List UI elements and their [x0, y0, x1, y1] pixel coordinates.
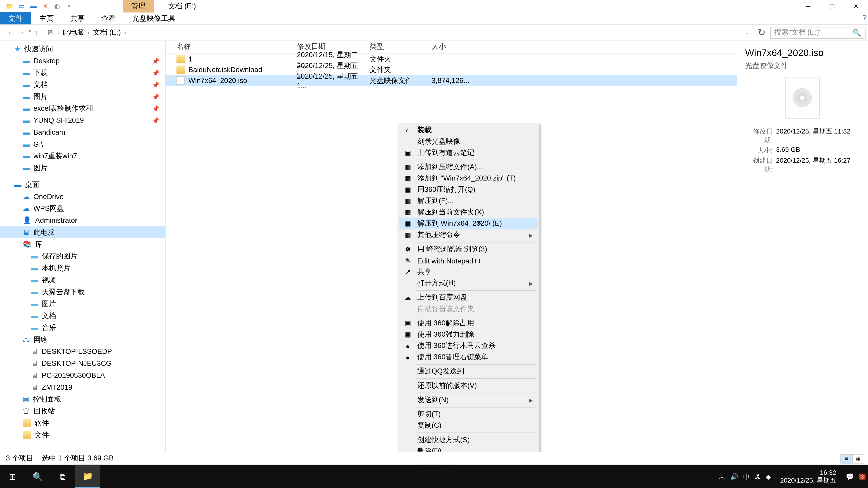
minimize-button[interactable]: ─ — [796, 0, 820, 12]
nav-item[interactable]: 🖥PC-20190530OBLA — [0, 369, 165, 381]
nav-item[interactable]: ☁OneDrive — [0, 191, 165, 203]
menu-item[interactable]: ▦解压到(F)... — [399, 195, 538, 207]
tray-app-icon[interactable]: ◆ — [766, 473, 771, 480]
nav-item[interactable]: 🖥DESKTOP-NJEU3CG — [0, 357, 165, 369]
network-icon[interactable]: 🖧 — [754, 473, 761, 480]
nav-item[interactable]: ▬保存的图片 — [0, 250, 165, 262]
col-name[interactable]: 名称 — [166, 42, 297, 52]
file-list[interactable]: 名称 修改日期 类型 大小 1 2020/12/15, 星期二 1... 文件夹… — [166, 40, 737, 457]
qat-close-icon[interactable]: ✕ — [40, 1, 50, 11]
menu-item[interactable]: ▦添加到压缩文件(A)... — [399, 162, 538, 173]
nav-item[interactable]: ▬图片 — [0, 162, 165, 174]
nav-item[interactable]: ▬YUNQISHI2019📌 — [0, 114, 165, 126]
maximize-button[interactable]: ▢ — [820, 0, 844, 12]
nav-control-panel[interactable]: ▣控制面板 — [0, 393, 165, 405]
contextual-tab[interactable]: 管理 — [123, 0, 154, 12]
nav-item[interactable]: 🖥此电脑 — [0, 226, 165, 238]
menu-item[interactable]: ●使用 360进行木马云查杀 — [399, 340, 538, 352]
back-button[interactable]: ← — [7, 28, 14, 37]
explorer-taskbar-icon[interactable]: 📁 — [75, 465, 100, 488]
tab-home[interactable]: 主页 — [31, 12, 62, 24]
nav-item[interactable]: ☁WPS网盘 — [0, 203, 165, 215]
menu-item[interactable]: 通过QQ发送到 — [399, 366, 538, 377]
recent-dropdown-icon[interactable]: ▾ — [29, 28, 31, 37]
menu-item[interactable]: ●使用 360管理右键菜单 — [399, 352, 538, 363]
chevron-right-icon[interactable]: › — [124, 30, 126, 35]
taskbar[interactable]: ⊞ 🔍 ⧉ 📁 ︿ 🔊 中 🖧 ◆ 16:32 2020/12/25, 星期五 … — [0, 465, 868, 488]
chevron-right-icon[interactable]: › — [88, 30, 90, 35]
close-button[interactable]: ✕ — [844, 0, 868, 12]
task-view-button[interactable]: ⧉ — [50, 465, 75, 488]
menu-item[interactable]: ▦用360压缩打开(Q) — [399, 184, 538, 195]
forward-button[interactable]: → — [18, 28, 25, 37]
search-input[interactable]: 搜索"文档 (E:)" 🔍 — [770, 26, 866, 38]
menu-item[interactable]: 打开方式(H)▶ — [399, 278, 538, 289]
qat-btn[interactable]: ◐ — [53, 1, 62, 11]
view-details-button[interactable]: ≡ — [840, 454, 852, 463]
column-headers[interactable]: 名称 修改日期 类型 大小 — [166, 40, 737, 54]
action-center-icon[interactable]: 💬 — [846, 473, 854, 480]
menu-item[interactable]: ▣上传到有道云笔记 — [399, 147, 538, 158]
menu-item[interactable]: ▦解压到 Win7x64_2020\ (E)↖ — [399, 218, 538, 229]
nav-item[interactable]: ▬excel表格制作求和📌 — [0, 103, 165, 115]
menu-item[interactable]: 剪切(T) — [399, 409, 538, 420]
nav-recycle[interactable]: 🗑回收站 — [0, 405, 165, 417]
clock[interactable]: 16:32 2020/12/25, 星期五 — [775, 469, 841, 485]
nav-item[interactable]: ▬Bandicam — [0, 126, 165, 138]
ime-icon[interactable]: 中 — [743, 472, 750, 481]
nav-item[interactable]: 👤Administrator — [0, 215, 165, 226]
nav-item[interactable]: ▬天翼云盘下载 — [0, 286, 165, 298]
menu-item[interactable]: ▣使用 360强力删除 — [399, 329, 538, 340]
nav-item[interactable]: 🖥DESKTOP-LSSOEDP — [0, 346, 165, 357]
menu-item[interactable]: 刻录光盘映像 — [399, 136, 538, 147]
tray-expand-icon[interactable]: ︿ — [719, 472, 725, 481]
tab-iso-tools[interactable]: 光盘映像工具 — [124, 12, 184, 24]
system-tray[interactable]: ︿ 🔊 中 🖧 ◆ 16:32 2020/12/25, 星期五 💬 3 — [719, 469, 868, 485]
file-row[interactable]: Win7x64_2020.iso 2020/12/25, 星期五 1... 光盘… — [166, 75, 737, 86]
nav-files[interactable]: 文件 — [0, 429, 165, 441]
volume-icon[interactable]: 🔊 — [730, 473, 739, 480]
nav-item[interactable]: ▬G:\ — [0, 138, 165, 150]
tab-share[interactable]: 共享 — [62, 12, 93, 24]
nav-item[interactable]: ▬图片 — [0, 298, 165, 310]
file-row[interactable]: 1 2020/12/15, 星期二 1... 文件夹 — [166, 54, 737, 64]
addr-dropdown-icon[interactable]: ⌄ — [741, 30, 753, 35]
nav-item[interactable]: ▬文档 — [0, 310, 165, 322]
menu-item[interactable]: ▣使用 360解除占用 — [399, 318, 538, 329]
menu-item[interactable]: ↗共享 — [399, 266, 538, 278]
crumb[interactable]: 文档 (E:) — [93, 27, 121, 37]
menu-item[interactable]: ○装载 — [399, 125, 538, 136]
nav-item[interactable]: ▬文档📌 — [0, 78, 165, 91]
menu-item[interactable]: 复制(C) — [399, 420, 538, 431]
refresh-icon[interactable]: ↻ — [753, 27, 770, 38]
nav-item[interactable]: 📚库 — [0, 238, 165, 250]
menu-item[interactable]: ✽用 蜂蜜浏览器 浏览(3) — [399, 244, 538, 255]
crumb[interactable]: 此电脑 — [63, 27, 84, 37]
tab-view[interactable]: 查看 — [93, 12, 124, 24]
help-icon[interactable]: ? — [862, 13, 867, 22]
nav-quick-access[interactable]: ★快速访问 — [0, 43, 165, 55]
menu-item[interactable]: 自动备份该文件夹 — [399, 303, 538, 315]
menu-item[interactable]: 发送到(N)▶ — [399, 394, 538, 406]
qat-btn[interactable]: ▭ — [17, 1, 26, 11]
menu-item[interactable]: ▦添加到 "Win7x64_2020.zip" (T) — [399, 173, 538, 184]
qat-btn[interactable]: ▬ — [29, 1, 38, 11]
nav-item[interactable]: ▬音乐 — [0, 322, 165, 334]
menu-item[interactable]: 创建快捷方式(S) — [399, 434, 538, 446]
tab-file[interactable]: 文件 — [0, 12, 31, 24]
breadcrumb[interactable]: 🖥 › 此电脑 › 文档 (E:) › — [43, 27, 741, 37]
tray-badge[interactable]: 3 — [859, 474, 866, 480]
nav-desktop[interactable]: ▬桌面 — [0, 179, 165, 191]
nav-item[interactable]: 🖥ZMT2019 — [0, 381, 165, 393]
nav-item[interactable]: ▬视频 — [0, 274, 165, 286]
col-size[interactable]: 大小 — [432, 42, 473, 52]
menu-item[interactable]: 还原以前的版本(V) — [399, 380, 538, 391]
nav-item[interactable]: ▬本机照片 — [0, 262, 165, 274]
qat-dropdown-icon[interactable]: ▾ — [64, 1, 74, 11]
view-icons-button[interactable]: ▦ — [852, 454, 864, 463]
file-row[interactable]: BaiduNetdiskDownload 2020/12/25, 星期五 1..… — [166, 64, 737, 75]
start-button[interactable]: ⊞ — [0, 465, 25, 488]
menu-item[interactable]: ▦解压到当前文件夹(X) — [399, 207, 538, 218]
nav-software[interactable]: 软件 — [0, 417, 165, 429]
nav-item[interactable]: ▬下载📌 — [0, 67, 165, 78]
